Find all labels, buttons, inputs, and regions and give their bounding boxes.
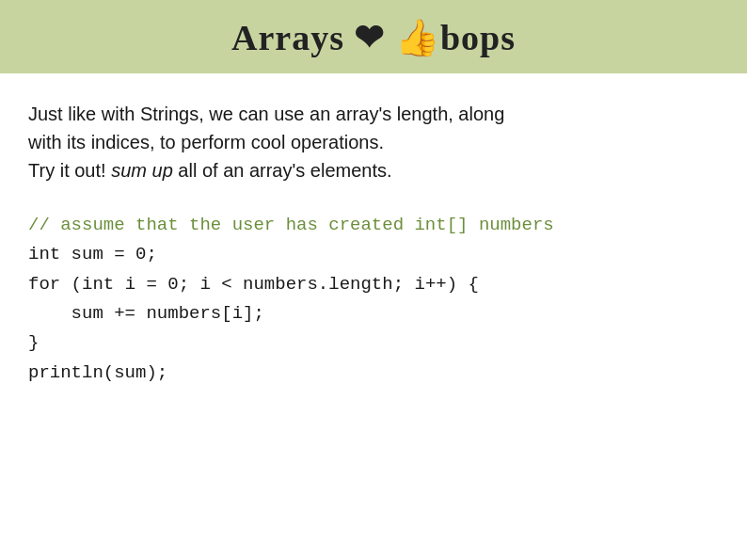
slide-title: Arrays ❤ 👍bops — [231, 18, 516, 57]
code-sum-rest: sum = 0; — [60, 244, 157, 264]
code-line-for: for (int i = 0; i < numbers.length; i++)… — [28, 270, 719, 299]
code-for-keyword: for — [28, 274, 60, 295]
code-block: // assume that the user has created int[… — [28, 211, 719, 388]
code-line-sum-add: sum += numbers[i]; — [28, 299, 719, 328]
code-line-close-brace: } — [28, 328, 719, 358]
description-line1: Just like with Strings, we can use an ar… — [28, 104, 504, 124]
code-line-int-sum: int sum = 0; — [28, 240, 719, 269]
description-line3-italic: sum up — [111, 160, 173, 181]
slide-content: Just like with Strings, we can use an ar… — [0, 73, 747, 407]
description-line2: with its indices, to perform cool operat… — [28, 132, 384, 152]
code-sum-add: sum += numbers[i]; — [28, 303, 264, 324]
description-line3-suffix: all of an array's elements. — [173, 160, 392, 181]
code-println: println(sum); — [28, 362, 167, 383]
code-for-rest: (int i = 0; i < numbers.length; i++) { — [60, 274, 479, 295]
slide-header: Arrays ❤ 👍bops — [0, 0, 747, 73]
code-close-brace: } — [28, 332, 39, 353]
code-line-println: println(sum); — [28, 359, 719, 388]
code-comment: // assume that the user has created int[… — [28, 215, 554, 235]
description-line3-prefix: Try it out! — [28, 160, 111, 181]
code-int-keyword: int — [28, 244, 60, 264]
code-comment-line: // assume that the user has created int[… — [28, 211, 719, 240]
description-text: Just like with Strings, we can use an ar… — [28, 100, 719, 184]
